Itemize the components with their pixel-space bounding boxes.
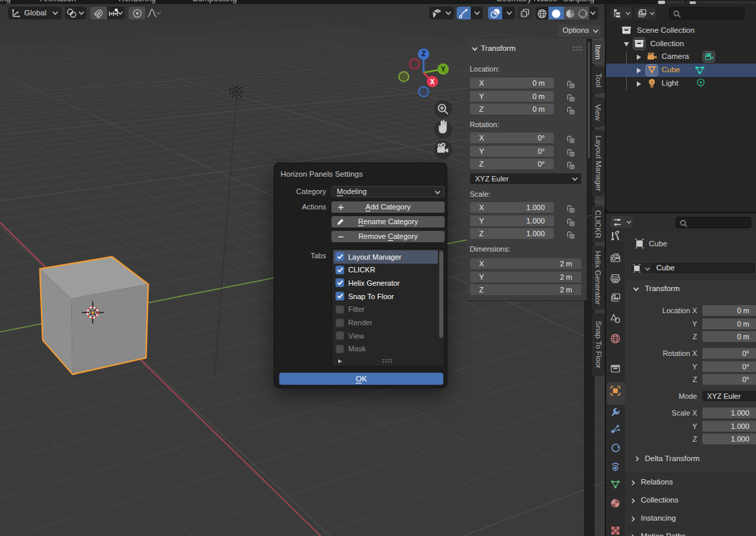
svg-text:Z: Z bbox=[422, 50, 426, 58]
svg-text:Y: Y bbox=[441, 66, 445, 73]
svg-text:X: X bbox=[430, 78, 435, 86]
